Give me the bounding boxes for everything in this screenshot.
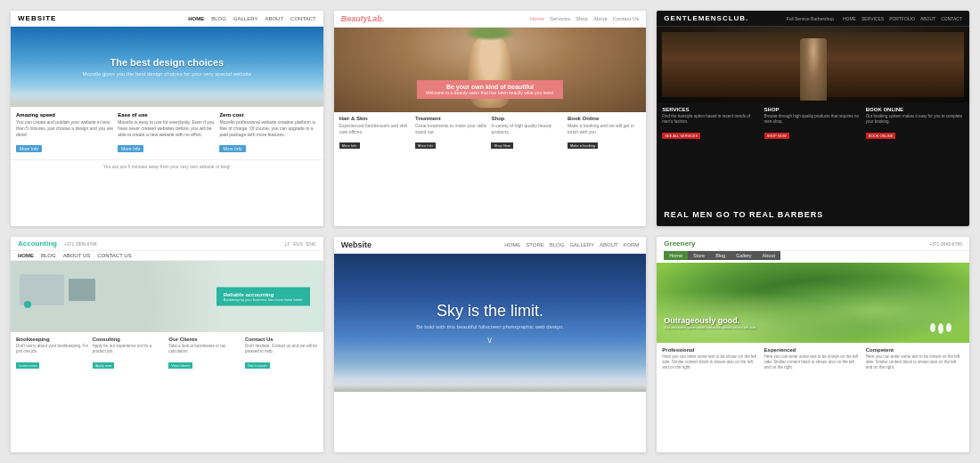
card1-nav-about[interactable]: ABOUT [265,16,283,21]
card3-navbar: GENTLEMENSCLUB. Full Service Barbershop … [657,11,969,27]
card2-nav-services[interactable]: Services [550,16,570,21]
card2-logo: BeautyLab. [341,14,385,23]
card4-features: Bookkeeping Don't worry about your bookk… [11,332,323,375]
card4-btn-bookkeeping[interactable]: Learn more [16,362,39,369]
card5-nav-form[interactable]: FORM [624,242,640,248]
card1-hero: The best design choices Mozello gives yo… [11,27,323,107]
card2-nav-about[interactable]: About [593,16,608,21]
card1-feature-cost-btn[interactable]: More Info [219,145,245,152]
card5-nav-gallery[interactable]: GALLERY [569,242,594,248]
card4-phone: +371 2889-6796 [64,241,97,247]
card6-phone: +371-2660-6765 [929,241,962,247]
template-grid: WEBSITE HOME BLOG GALLERY ABOUT CONTACT … [0,0,980,463]
card6-nav2: Home Store Blog Gallery About [657,251,969,263]
card3-btn-book[interactable]: BOOK ONLINE [866,133,896,139]
card1-nav-gallery[interactable]: GALLERY [233,16,258,21]
card4-hero: Reliable accounting Bookkeeping your bus… [11,261,323,332]
card4-feature-bookkeeping: Bookkeeping Don't worry about your bookk… [16,337,89,370]
card5-hero-heading: Sky is the limit. [437,302,543,321]
card2-btn-shop[interactable]: Shop Now [491,142,512,149]
card6-navbar: Greenery +371-2660-6765 [657,237,969,251]
card-accounting: Accounting +371 2889-6796 LT RUS ENG HOM… [11,237,323,452]
card3-service-book: BOOK ONLINE Our booking system makes it … [866,107,964,141]
card1-footer: You are just 5 minutes away from your ve… [11,159,323,173]
card3-btn-shop[interactable]: SHOP NOW [764,133,789,139]
card4-feature-clients: Our Clients Take a look at businesses or… [168,337,241,370]
card4-nav-blog[interactable]: BLOG [41,253,56,258]
card-greenery: Greenery +371-2660-6765 Home Store Blog … [657,237,969,452]
card1-nav-home[interactable]: HOME [188,16,204,21]
card4-top-links: LT RUS ENG [285,241,316,247]
card-gentlemensclub: GENTLEMENSCLUB. Full Service Barbershop … [657,11,969,226]
card2-nav-items: Home Services Shop About Contact Us [530,16,639,21]
card1-feature-speed-btn[interactable]: More Info [16,145,42,152]
card5-nav-blog[interactable]: BLOG [550,242,565,248]
card2-hero: Be your own kind of beautiful Welcome to… [334,28,647,112]
card3-hero-image [662,32,964,97]
card4-nav-contact[interactable]: CONTACT US [97,253,131,258]
card1-logo: WEBSITE [18,14,56,22]
card1-nav-blog[interactable]: BLOG [211,16,226,21]
card2-service-hair: Hair & Skin Experienced hairdressers and… [339,116,412,150]
card2-btn-hair[interactable]: More Info [339,142,360,149]
card5-hero: Sky is the limit. Be bold with this beau… [334,254,647,392]
card1-hero-subtext: Mozello gives you the best design choice… [83,71,251,77]
card3-nav-contact[interactable]: CONTACT [941,16,962,21]
card6-hero-image [657,263,969,343]
card3-btn-services[interactable]: SEE ALL SERVICES [662,133,700,139]
card2-hero-overlay: Be your own kind of beautiful Welcome to… [417,80,563,99]
card6-hero: Outrageously good. You can enter some sm… [657,263,969,343]
card4-nav-home[interactable]: HOME [18,253,34,258]
card3-nav-portfolio[interactable]: PORTFOLIO [889,16,915,21]
card5-navbar: Website HOME STORE BLOG GALLERY ABOUT FO… [334,237,647,254]
card4-feature-contact: Contact Us Don't hesitate. Contact us an… [245,337,318,370]
card5-nav-home[interactable]: HOME [504,242,520,248]
card4-feature-consulting: Consulting Apply for our experience not … [93,337,166,370]
card4-link-rus[interactable]: RUS [293,241,303,247]
card4-nav2: HOME BLOG ABOUT US CONTACT US [11,251,323,261]
card4-btn-consulting[interactable]: Apply now [93,362,114,369]
card3-nav-services[interactable]: SERVICES [862,16,884,21]
card2-services: Hair & Skin Experienced hairdressers and… [334,112,647,154]
card2-nav-contact[interactable]: Contact Us [613,16,640,21]
card1-feature-cost-text: Mozello professional website creation pl… [219,119,317,138]
card1-feature-ease: Ease of use Mozello is easy to use for e… [118,112,216,154]
card4-btn-clients[interactable]: View clients [168,362,192,369]
card-beautylab: BeautyLab. Home Services Shop About Cont… [334,11,647,226]
card5-nav-about[interactable]: ABOUT [600,242,618,248]
card-website-general: WEBSITE HOME BLOG GALLERY ABOUT CONTACT … [11,11,323,226]
card4-badge: Reliable accounting Bookkeeping your bus… [216,288,310,306]
card6-nav-store[interactable]: Store [688,251,710,260]
card1-nav-items: HOME BLOG GALLERY ABOUT CONTACT [188,16,316,21]
card4-link-lt[interactable]: LT [285,241,290,247]
card5-nav-store[interactable]: STORE [526,242,544,248]
card6-nav-home[interactable]: Home [664,251,688,260]
card2-btn-book[interactable]: Make a booking [568,142,598,149]
card3-nav-home[interactable]: HOME [843,16,856,21]
card6-nav-blog[interactable]: Blog [710,251,731,260]
card3-nav-about[interactable]: ABOUT [920,16,935,21]
card5-hero-subtext: Be bold with this beautiful fullscreen p… [416,324,563,329]
card1-feature-ease-btn[interactable]: More Info [118,145,143,152]
card-website-sky: Website HOME STORE BLOG GALLERY ABOUT FO… [334,237,647,452]
card1-navbar: WEBSITE HOME BLOG GALLERY ABOUT CONTACT [11,11,323,27]
card6-features: Professional Here you can enter some tex… [657,343,969,375]
card4-link-eng[interactable]: ENG [306,241,316,247]
card6-feature-professional: Professional Here you can enter some tex… [662,347,760,370]
card6-nav-about[interactable]: About [757,251,780,260]
card3-hero: REAL MEN GO TO REAL BARBERS [657,27,969,102]
card2-nav-shop[interactable]: Shop [576,16,588,21]
card2-service-shop: Shop A variety of high quality beauty pr… [491,116,564,150]
card4-btn-contact[interactable]: Get in touch [245,362,270,369]
card1-features: Amazing speed You can create and publish… [11,107,323,159]
card1-hero-heading: The best design choices [110,57,224,68]
card2-nav-home[interactable]: Home [530,16,544,21]
card6-nav-gallery[interactable]: Gallery [731,251,756,260]
card4-nav-about[interactable]: ABOUT US [63,253,91,258]
card1-nav-contact[interactable]: CONTACT [290,16,316,21]
card1-feature-speed: Amazing speed You can create and publish… [16,112,114,154]
card3-tagline: Full Service Barbershop [787,16,834,21]
card6-hero-badge: Outrageously good. You can enter some sm… [664,316,756,329]
card2-btn-treatment[interactable]: More Info [415,142,436,149]
card1-feature-cost: Zero cost Mozello professional website c… [219,112,317,154]
